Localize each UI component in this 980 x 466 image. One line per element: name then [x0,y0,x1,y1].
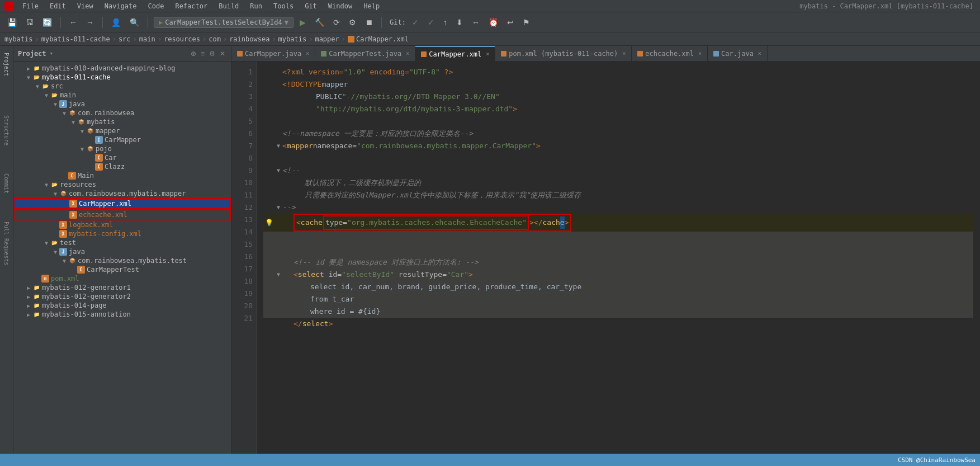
editor-content[interactable]: 1 2 3 4 5 6 7 8 9 10 11 12 13 14 15 16 1… [231,62,980,454]
breadcrumb-mapper[interactable]: mapper [315,35,339,43]
breadcrumb-cache[interactable]: mybatis-011-cache [41,35,110,43]
menu-run[interactable]: Run [248,1,264,11]
close-tab-button[interactable]: × [406,50,409,57]
tree-item-resources[interactable]: ▼ 📂 resources [13,180,231,189]
close-tab-button[interactable]: × [306,50,309,57]
sync-button[interactable]: 🔄 [40,16,55,29]
tree-item-echcache-xml[interactable]: X echcache.xml [13,209,231,220]
gear-icon[interactable]: ⚙ [208,49,216,59]
tab-carmappertest-java[interactable]: CarMapperTest.java × [315,46,415,61]
editor-area: CarMapper.java × CarMapperTest.java × Ca… [231,46,980,454]
tree-item-car-class[interactable]: C Car [13,153,231,162]
tree-item-mybatis015[interactable]: ▶ 📁 mybatis-015-annotation [13,310,231,319]
collapse-all-button[interactable]: ≡ [200,49,206,59]
git-rollback-button[interactable]: ↩ [504,16,517,29]
translate-button[interactable]: ⚑ [520,16,533,29]
menu-file[interactable]: File [20,1,41,11]
tab-carmapper-java[interactable]: CarMapper.java × [231,46,315,61]
tree-item-com-rainbowsea[interactable]: ▼ 📦 com.rainbowsea [13,109,231,117]
build-button[interactable]: 🔨 [312,16,327,29]
breadcrumb-rainbowsea[interactable]: rainbowsea [229,35,269,43]
tree-item-mybatis014[interactable]: ▶ 📁 mybatis-014-page [13,301,231,310]
tree-item-main-class[interactable]: C Main [13,171,231,180]
tree-item-carmapper-xml[interactable]: X CarMapper.xml [13,198,231,209]
breadcrumb-com[interactable]: com [209,35,221,43]
breadcrumb-mybatis2[interactable]: mybatis [278,35,307,43]
menu-tools[interactable]: Tools [271,1,296,11]
git-update-button[interactable]: ↔ [469,16,482,29]
tree-item-main[interactable]: ▼ 📂 main [13,91,231,100]
bulb-icon[interactable]: 💡 [265,216,273,229]
file-tree[interactable]: ▶ 📁 mybatis-010-advanced-mapping-blog ▼ … [13,62,231,454]
breadcrumb-main[interactable]: main [139,35,155,43]
tab-echcache-xml[interactable]: echcache.xml × [632,46,708,61]
close-panel-button[interactable]: ✕ [219,49,226,59]
run-config-selector[interactable]: ▶ CarMapperTest.testSelectById4 ▼ [154,17,293,28]
forward-button[interactable]: → [83,16,97,29]
tab-car-java[interactable]: Car.java × [708,46,768,61]
tree-item-mybatis-config-xml[interactable]: X mybatis-config.xml [13,229,231,238]
tree-item-mybatis010[interactable]: ▶ 📁 mybatis-010-advanced-mapping-blog [13,64,231,73]
stop-button[interactable]: ⏹ [362,16,376,29]
menu-window[interactable]: Window [326,1,354,11]
tree-item-src[interactable]: ▼ 📂 src [13,82,231,91]
reload-button[interactable]: ⟳ [330,16,343,29]
tree-item-mybatis012-2[interactable]: ▶ 📁 mybatis-012-generator2 [13,292,231,301]
close-tab-button[interactable]: × [758,50,761,57]
panel-actions: ⊕ ≡ ⚙ ✕ [190,49,226,59]
project-panel-dropdown[interactable]: ▾ [50,50,54,57]
tree-item-mybatis-pkg[interactable]: ▼ 📦 mybatis [13,117,231,126]
git-checkmark-button[interactable]: ✓ [409,16,422,29]
tree-item-logback-xml[interactable]: X logback.xml [13,220,231,229]
menu-view[interactable]: View [75,1,96,11]
menu-git[interactable]: Git [302,1,319,11]
run-button[interactable]: ▶ [297,16,309,29]
tree-item-test-java[interactable]: ▼ J java [13,247,231,256]
save-button[interactable]: 💾 [4,16,20,29]
close-tab-button[interactable]: × [698,50,702,57]
tree-item-pojo-pkg[interactable]: ▼ 📦 pojo [13,144,231,153]
git-push-button[interactable]: ↑ [441,16,450,29]
tree-item-mapper-pkg[interactable]: ▼ 📦 mapper [13,126,231,135]
tab-pom-xml[interactable]: pom.xml (mybatis-011-cache) × [495,46,632,61]
close-tab-button[interactable]: × [486,51,489,57]
tree-item-mybatis011[interactable]: ▼ 📂 mybatis-011-cache [13,73,231,82]
tree-item-test[interactable]: ▼ 📂 test [13,238,231,247]
tree-label: pom.xml [51,275,79,283]
menu-help[interactable]: Help [361,1,382,11]
menu-navigate[interactable]: Navigate [102,1,139,11]
save-all-button[interactable]: 🖫 [23,16,36,29]
project-tab[interactable]: Project [2,50,11,78]
git-check2-button[interactable]: ✓ [425,16,437,29]
git-pull-button[interactable]: ⬇ [453,16,466,29]
tree-item-mapper-resource[interactable]: ▼ 📦 com.rainbowsea.mybatis.mapper [13,189,231,198]
git-history-button[interactable]: ⏰ [486,16,501,29]
breadcrumb-mybatis[interactable]: mybatis [4,35,33,43]
commit-tab[interactable]: Commit [2,171,11,196]
search-button[interactable]: 🔍 [127,16,142,29]
tree-item-clazz-class[interactable]: C Clazz [13,162,231,171]
coverage-button[interactable]: ⚙ [346,16,359,29]
profile-button[interactable]: 👤 [108,16,124,29]
breadcrumb-resources[interactable]: resources [164,35,200,43]
menu-build[interactable]: Build [216,1,241,11]
breadcrumb-file[interactable]: CarMapper.xml [348,35,409,43]
tree-item-test-pkg[interactable]: ▼ 📦 com.rainbowsea.mybatis.test [13,256,231,265]
tree-label: mybatis-015-annotation [42,310,131,318]
tree-item-carmapper-interface[interactable]: I CarMapper [13,135,231,144]
breadcrumb-src[interactable]: src [119,35,131,43]
tree-item-carmappertest[interactable]: C CarMapperTest [13,265,231,274]
tree-item-pom-xml[interactable]: m pom.xml [13,274,231,283]
locate-file-button[interactable]: ⊕ [190,49,197,59]
menu-edit[interactable]: Edit [48,1,68,11]
close-tab-button[interactable]: × [622,50,626,57]
back-button[interactable]: ← [67,16,80,29]
menu-refactor[interactable]: Refactor [173,1,210,11]
pull-requests-tab[interactable]: Pull Requests [2,219,11,267]
tab-carmapper-xml[interactable]: CarMapper.xml × [415,46,495,61]
tree-item-mybatis012-1[interactable]: ▶ 📁 mybatis-012-generator1 [13,283,231,292]
menu-code[interactable]: Code [146,1,167,11]
structure-tab[interactable]: Structure [2,113,11,148]
code-editor[interactable]: <?xml version="1.0" encoding="UTF-8" ?> … [257,62,980,454]
tree-item-java[interactable]: ▼ J java [13,100,231,109]
